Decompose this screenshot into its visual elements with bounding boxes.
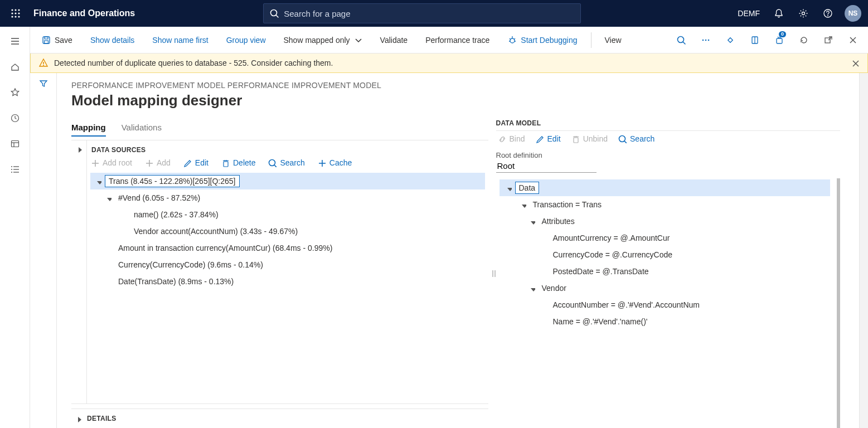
- collapse-ds-icon[interactable]: [71, 140, 87, 403]
- hamburger-icon[interactable]: [0, 29, 30, 54]
- topbar: Finance and Operations DEMF NS: [0, 0, 868, 27]
- global-search[interactable]: [263, 3, 581, 23]
- page-scrollbar[interactable]: [859, 73, 868, 428]
- book-icon[interactable]: [744, 27, 765, 54]
- search-ds-button[interactable]: Search: [268, 158, 304, 167]
- dm-node-attributes[interactable]: Attributes: [500, 213, 831, 230]
- warning-text: Detected number of duplicate queries to …: [54, 59, 333, 67]
- recent-icon[interactable]: [0, 106, 30, 130]
- expand-icon[interactable]: [104, 193, 113, 202]
- tree-node-trans[interactable]: Trans (8.45s - 122.28%)[265][Q:265]: [90, 173, 485, 189]
- tree-node-name[interactable]: name() (2.62s - 37.84%): [90, 206, 485, 223]
- help-icon[interactable]: [817, 0, 839, 27]
- unbind-label: Unbind: [583, 134, 608, 143]
- company-code[interactable]: DEMF: [732, 9, 765, 18]
- dm-node-vendor[interactable]: Vendor: [500, 280, 831, 296]
- dm-search-button[interactable]: Search: [618, 134, 654, 143]
- dm-node-accountnumber[interactable]: AccountNumber = @.'#Vend'.AccountNum: [500, 296, 831, 313]
- data-model-title: DATA MODEL: [496, 119, 841, 127]
- details-section[interactable]: DETAILS: [71, 408, 488, 428]
- notifications-icon[interactable]: [768, 0, 790, 27]
- tree-label: #Vend (6.05s - 87.52%): [115, 192, 203, 203]
- show-mapped-only-button[interactable]: Show mapped only: [277, 27, 369, 54]
- show-details-button[interactable]: Show details: [84, 27, 141, 54]
- tree-node-amountcur[interactable]: Amount in transaction currency(AmountCur…: [90, 240, 485, 256]
- refresh-icon[interactable]: [793, 27, 814, 54]
- more-icon[interactable]: [695, 27, 716, 54]
- tab-validations[interactable]: Validations: [122, 119, 162, 137]
- show-name-first-label: Show name first: [152, 36, 208, 45]
- avatar[interactable]: NS: [845, 5, 861, 22]
- edit-button[interactable]: Edit: [183, 158, 208, 167]
- details-title: DETAILS: [87, 415, 117, 422]
- start-debug-label: Start Debugging: [521, 36, 577, 45]
- tab-mapping[interactable]: Mapping: [71, 119, 106, 137]
- tree-node-vendor-account[interactable]: Vendor account(AccountNum) (3.43s - 49.6…: [90, 223, 485, 240]
- root-definition-input[interactable]: [496, 159, 597, 173]
- page-title: Model mapping designer: [71, 92, 845, 109]
- perf-trace-label: Performance trace: [425, 36, 489, 45]
- tree-node-vend[interactable]: #Vend (6.05s - 87.52%): [90, 189, 485, 206]
- action-pane: Save Show details Show name first Group …: [30, 27, 868, 54]
- group-view-label: Group view: [226, 36, 266, 45]
- expand-icon[interactable]: [518, 200, 527, 209]
- diamond-icon[interactable]: [720, 27, 741, 54]
- dm-node-currencycode[interactable]: CurrencyCode = @.CurrencyCode: [500, 246, 831, 263]
- modules-icon[interactable]: [0, 157, 30, 182]
- dm-edit-label: Edit: [547, 134, 561, 143]
- group-view-button[interactable]: Group view: [220, 27, 273, 54]
- cache-button[interactable]: Cache: [317, 158, 352, 167]
- chevron-down-icon: [353, 36, 362, 45]
- workspaces-icon[interactable]: [0, 132, 30, 156]
- dm-node-amountcurrency[interactable]: AmountCurrency = @.AmountCur: [500, 230, 831, 246]
- home-icon[interactable]: [0, 55, 30, 79]
- root-definition-label: Root definition: [496, 151, 841, 159]
- tree-label: AmountCurrency = @.AmountCur: [550, 232, 673, 244]
- tree-label: AccountNumber = @.'#Vend'.AccountNum: [550, 299, 704, 310]
- view-button[interactable]: View: [598, 27, 628, 54]
- save-icon: [41, 35, 51, 45]
- view-label: View: [605, 36, 622, 45]
- expand-icon[interactable]: [527, 217, 536, 226]
- dm-node-data[interactable]: Data: [500, 179, 831, 196]
- action-search-icon[interactable]: [671, 27, 692, 54]
- edit-label: Edit: [195, 158, 208, 167]
- dm-search-label: Search: [630, 134, 654, 143]
- performance-trace-button[interactable]: Performance trace: [419, 27, 496, 54]
- validate-button[interactable]: Validate: [374, 27, 415, 54]
- warning-close-icon[interactable]: [851, 59, 860, 67]
- tree-label: CurrencyCode = @.CurrencyCode: [550, 249, 676, 260]
- tree-label: Vendor account(AccountNum) (3.43s - 49.6…: [130, 226, 301, 237]
- app-launcher-icon[interactable]: [2, 0, 29, 27]
- unbind-button: Unbind: [571, 134, 608, 143]
- start-debugging-button[interactable]: Start Debugging: [501, 27, 584, 54]
- delete-button[interactable]: Delete: [221, 158, 255, 167]
- tree-node-date[interactable]: Date(TransDate) (8.9ms - 0.13%): [90, 273, 485, 290]
- dm-node-transaction[interactable]: Transaction = Trans: [500, 196, 831, 213]
- save-button[interactable]: Save: [35, 27, 79, 54]
- expand-icon[interactable]: [94, 177, 103, 186]
- expand-details-icon[interactable]: [75, 415, 83, 422]
- dm-edit-button[interactable]: Edit: [535, 134, 561, 143]
- dm-node-vendname[interactable]: Name = @.'#Vend'.'name()': [500, 313, 831, 330]
- dm-node-posteddate[interactable]: PostedDate = @.TransDate: [500, 263, 831, 280]
- tree-label: Name = @.'#Vend'.'name()': [550, 316, 651, 327]
- tree-label: Trans (8.45s - 122.28%)[265][Q:265]: [105, 175, 240, 187]
- favorites-icon[interactable]: [0, 80, 30, 105]
- tree-node-currency[interactable]: Currency(CurrencyCode) (9.6ms - 0.14%): [90, 256, 485, 273]
- popout-icon[interactable]: [818, 27, 839, 54]
- show-name-first-button[interactable]: Show name first: [146, 27, 215, 54]
- attachments-icon[interactable]: 0: [769, 27, 790, 54]
- filter-icon[interactable]: [38, 79, 49, 428]
- show-mapped-only-label: Show mapped only: [284, 36, 350, 45]
- validate-label: Validate: [380, 36, 408, 45]
- expand-icon[interactable]: [527, 284, 536, 293]
- tree-label: Vendor: [539, 283, 570, 294]
- breadcrumb: PERFORMANCE IMPROVEMENT MODEL PERFORMANC…: [71, 81, 845, 90]
- settings-icon[interactable]: [792, 0, 814, 27]
- expand-icon[interactable]: [504, 183, 513, 192]
- splitter[interactable]: [488, 119, 496, 428]
- search-input[interactable]: [284, 9, 575, 18]
- debug-icon: [507, 35, 517, 45]
- close-page-icon[interactable]: [842, 27, 864, 54]
